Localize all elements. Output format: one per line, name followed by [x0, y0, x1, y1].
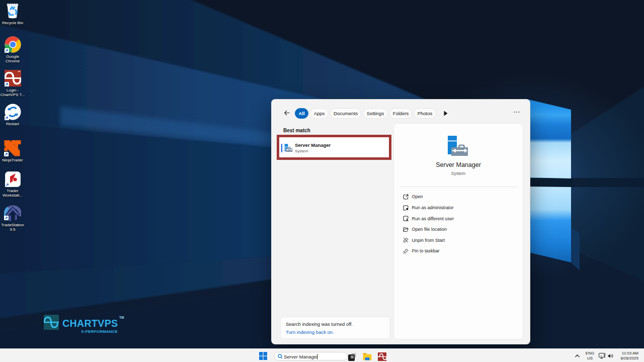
svg-text:CHARTVPS: CHARTVPS [62, 318, 118, 329]
svg-text:X-PERFORMANCE: X-PERFORMANCE [81, 329, 118, 334]
svg-text:TM: TM [119, 316, 124, 319]
